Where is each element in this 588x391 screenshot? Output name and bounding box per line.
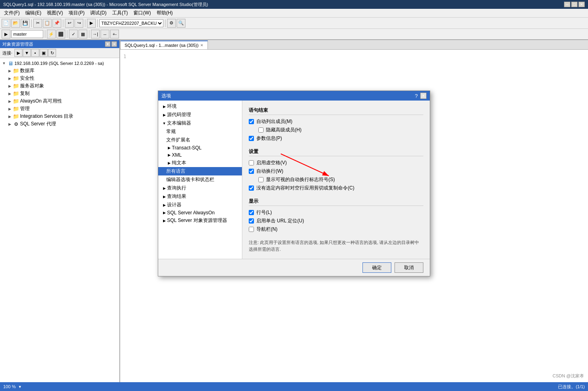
cb3-checkbox[interactable]	[249, 136, 254, 141]
dialog-tree-tsql[interactable]: ▶ Transact-SQL	[158, 144, 242, 151]
menu-window[interactable]: 窗口(W)	[131, 9, 153, 17]
dialog-tree-xml[interactable]: ▶ XML	[158, 151, 242, 159]
dialog-tree-designer[interactable]: ▶ 设计器	[158, 201, 242, 209]
dialog-tree-alwayson2[interactable]: ▶ SQL Server AlwaysOn	[158, 209, 242, 216]
queryresult-expand-icon: ▶	[161, 195, 167, 199]
results-btn[interactable]: ▦	[79, 30, 87, 38]
cb5-checkbox[interactable]	[249, 169, 254, 174]
cut-btn[interactable]: ✂	[33, 19, 42, 28]
dialog-tree-queryexec[interactable]: ▶ 查询执行	[158, 184, 242, 192]
cancel-button[interactable]: 取消	[395, 262, 423, 273]
cb8-checkbox[interactable]	[249, 210, 254, 215]
dialog-tree-general[interactable]: 常规	[158, 127, 242, 136]
dialog-tree-editor-tabs[interactable]: 编辑器选项卡和状态栏	[158, 175, 242, 184]
cb6-checkbox[interactable]	[258, 177, 264, 182]
security-label: 安全性	[20, 75, 34, 82]
databases-expand-icon: ▶	[6, 68, 13, 74]
database-dropdown[interactable]: TBZYCFHZ202207_BACKUP	[99, 19, 163, 27]
play-btn[interactable]: ▶	[2, 30, 10, 38]
section1-title: 语句结束	[249, 107, 423, 115]
indent-btn[interactable]: →|	[91, 30, 100, 38]
db-input[interactable]	[11, 30, 43, 38]
save-btn[interactable]: 💾	[21, 19, 30, 28]
query-tab[interactable]: SQLQuery1.sql - 1...master (sa (305)) ✕	[120, 40, 208, 49]
dialog-title-bar: 选项 ? ✕	[158, 91, 430, 101]
tree-server-objects[interactable]: ▶ 📁 服务器对象	[0, 82, 119, 90]
tree-security[interactable]: ▶ 📁 安全性	[0, 75, 119, 82]
dialog-tree-objectexplorer[interactable]: ▶ SQL Server 对象资源管理器	[158, 216, 242, 225]
exp-btn-1[interactable]: ▶	[14, 49, 22, 57]
minimize-button[interactable]: ─	[564, 2, 570, 7]
panel-close-btn[interactable]: ✕	[111, 41, 117, 47]
folder-icon5: 📁	[13, 98, 19, 105]
cb5-label: 自动换行(W)	[256, 168, 283, 175]
new-query-btn[interactable]: 📄	[2, 19, 10, 28]
undo-btn[interactable]: ↩	[65, 19, 74, 28]
cb9-checkbox[interactable]	[249, 218, 254, 224]
parse-btn[interactable]: ✓	[69, 30, 78, 38]
copy-btn[interactable]: 📋	[43, 19, 52, 28]
execute-btn[interactable]: ▶	[87, 19, 96, 28]
paste-btn[interactable]: 📌	[52, 19, 61, 28]
dialog-tree-textedit[interactable]: ▼ 文本编辑器	[158, 119, 242, 127]
exp-btn-2[interactable]: ▼	[23, 49, 31, 57]
cb1-checkbox[interactable]	[249, 119, 254, 124]
menu-debug[interactable]: 调试(D)	[88, 9, 109, 17]
cb8-row: 行号(L)	[249, 209, 423, 216]
exp-btn-3[interactable]: ▪	[31, 49, 39, 57]
menu-tools[interactable]: 工具(T)	[110, 9, 130, 17]
cb10-checkbox[interactable]	[249, 227, 254, 232]
misc-btn1[interactable]: ⚙	[167, 19, 176, 28]
connect-btn[interactable]: 连接·	[1, 50, 14, 56]
tab-close-btn[interactable]: ✕	[200, 43, 203, 47]
misc-btn2[interactable]: 🔍	[177, 19, 185, 28]
dialog-tree-fileext[interactable]: 文件扩展名	[158, 136, 242, 144]
dialog-tree-plaintext[interactable]: ▶ 纯文本	[158, 159, 242, 167]
tree-sqlagent[interactable]: ▶ ⚙ SQL Server 代理	[0, 120, 119, 128]
menu-project[interactable]: 项目(P)	[66, 9, 87, 17]
menu-help[interactable]: 帮助(H)	[154, 9, 175, 17]
dialog-tree-source[interactable]: ▶ 源代码管理	[158, 111, 242, 119]
stop-btn[interactable]: ⬛	[56, 30, 65, 38]
cb2-checkbox[interactable]	[258, 127, 264, 133]
dialog-help-icon[interactable]: ?	[415, 93, 418, 99]
tree-integration[interactable]: ▶ 📁 Integration Services 目录	[0, 113, 119, 120]
menu-view[interactable]: 视图(V)	[44, 9, 65, 17]
cb7-checkbox[interactable]	[249, 185, 254, 191]
maximize-button[interactable]: □	[571, 2, 578, 7]
dialog-tree: ▶ 环境 ▶ 源代码管理 ▼ 文本编辑器 常规 文件扩展名	[158, 101, 242, 259]
cb1-label: 自动列出成员(M)	[256, 118, 292, 125]
menu-file[interactable]: 文件(F)	[2, 9, 22, 17]
cb1-row: 自动列出成员(M)	[249, 118, 423, 125]
folder-icon3: 📁	[13, 83, 19, 89]
menu-edit[interactable]: 编辑(E)	[23, 9, 44, 17]
tree-replication[interactable]: ▶ 📁 复制	[0, 90, 119, 97]
exec-btn2[interactable]: ⚡	[47, 30, 56, 38]
cb2-row: 隐藏高级成员(H)	[249, 127, 423, 133]
comment-btn[interactable]: --	[101, 30, 109, 38]
redo-btn[interactable]: ↪	[75, 19, 83, 28]
zoom-dropdown-icon[interactable]: ▾	[19, 384, 21, 389]
editor-tabs-label: 编辑器选项卡和状态栏	[166, 176, 214, 183]
cb4-checkbox[interactable]	[249, 160, 254, 165]
alwayson2-expand-icon: ▶	[161, 211, 167, 215]
exp-refresh-btn[interactable]: ↻	[48, 49, 56, 57]
exp-filter-btn[interactable]: ▣	[40, 49, 48, 57]
close-button[interactable]: ✕	[578, 2, 585, 7]
uncomment-btn[interactable]: +-	[110, 30, 119, 38]
tree-management[interactable]: ▶ 📁 管理	[0, 105, 119, 113]
env-expand-icon: ▶	[161, 105, 167, 109]
ok-button[interactable]: 确定	[362, 262, 391, 273]
open-btn[interactable]: 📂	[11, 19, 20, 28]
tree-server-node[interactable]: ▼ 🖥 192.168.100.199 (SQL Server 12.0.226…	[0, 60, 119, 67]
dialog-tree-env[interactable]: ▶ 环境	[158, 102, 242, 111]
options-dialog: 选项 ? ✕ ▶ 环境 ▶ 源代码管理	[158, 91, 430, 276]
queryresult-label: 查询结果	[167, 193, 186, 200]
designer-expand-icon: ▶	[161, 203, 167, 207]
tree-databases[interactable]: ▶ 📁 数据库	[0, 67, 119, 75]
panel-pin-btn[interactable]: ▼	[105, 41, 111, 47]
dialog-tree-queryresult[interactable]: ▶ 查询结果	[158, 192, 242, 201]
dialog-tree-alllang[interactable]: 所有语言	[158, 167, 242, 175]
tree-alwayson[interactable]: ▶ 📁 AlwaysOn 高可用性	[0, 97, 119, 105]
dialog-close-btn[interactable]: ✕	[420, 93, 427, 99]
